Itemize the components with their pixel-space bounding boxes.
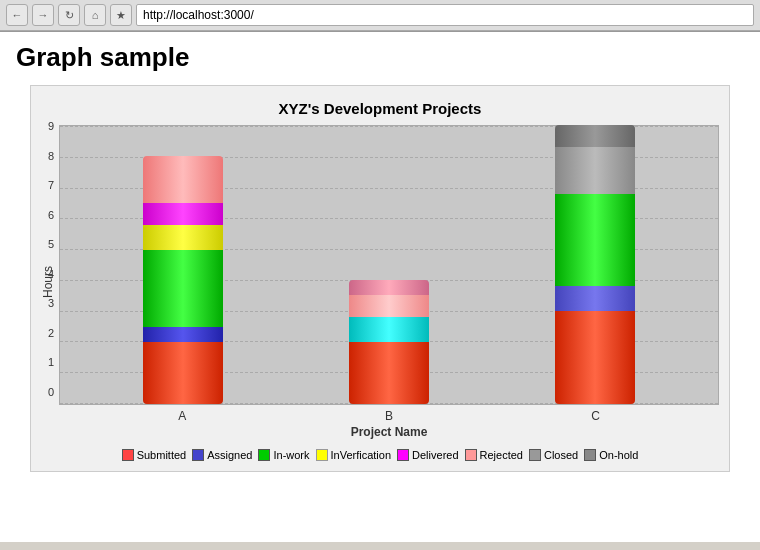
forward-button[interactable]: → [32, 4, 54, 26]
bar-b-submitted [349, 342, 429, 404]
x-label-a: A [132, 409, 232, 423]
bar-a-delivered [143, 203, 223, 225]
bar-c-closed [555, 147, 635, 194]
chart-area: Hours [41, 125, 719, 439]
y-label-5: 5 [32, 238, 54, 250]
legend-assigned: Assigned [192, 449, 252, 461]
legend-label-rejected: Rejected [480, 449, 523, 461]
bar-group-c [545, 125, 645, 404]
bar-b-rejected [349, 295, 429, 317]
legend-label-closed: Closed [544, 449, 578, 461]
x-axis: A B C [59, 405, 719, 423]
legend-color-inwork [258, 449, 270, 461]
back-button[interactable]: ← [6, 4, 28, 26]
stacked-bar-b [349, 280, 429, 404]
bar-b-inwork [349, 317, 429, 342]
page-title: Graph sample [16, 42, 744, 73]
bar-c-inverification [555, 194, 635, 209]
bar-a-inverification [143, 225, 223, 250]
bar-a-inwork [143, 250, 223, 328]
bar-a-submitted [143, 342, 223, 404]
x-label-c: C [546, 409, 646, 423]
y-label-8: 8 [32, 150, 54, 162]
stacked-bar-a [143, 156, 223, 404]
legend-label-assigned: Assigned [207, 449, 252, 461]
stacked-bar-c [555, 125, 635, 404]
legend-label-submitted: Submitted [137, 449, 187, 461]
legend-label-delivered: Delivered [412, 449, 458, 461]
chart-plot: 9 8 7 6 5 4 3 2 1 0 [59, 125, 719, 405]
legend-color-delivered [397, 449, 409, 461]
y-label-0: 0 [32, 386, 54, 398]
address-bar[interactable] [136, 4, 754, 26]
bar-c-assigned [555, 286, 635, 311]
legend-submitted: Submitted [122, 449, 187, 461]
y-label-3: 3 [32, 297, 54, 309]
y-labels: 9 8 7 6 5 4 3 2 1 0 [32, 126, 54, 404]
legend-color-closed [529, 449, 541, 461]
bar-group-a [133, 156, 233, 404]
legend-onhold: On-hold [584, 449, 638, 461]
y-label-4: 4 [32, 268, 54, 280]
y-label-2: 2 [32, 327, 54, 339]
bar-c-submitted [555, 311, 635, 404]
browser-chrome: ← → ↻ ⌂ ★ [0, 0, 760, 32]
bar-a-rejected [143, 156, 223, 203]
y-label-6: 6 [32, 209, 54, 221]
bar-c-inwork [555, 209, 635, 287]
legend: Submitted Assigned In-work InVerfication… [41, 449, 719, 461]
bars-wrapper [80, 126, 698, 404]
legend-label-inwork: In-work [273, 449, 309, 461]
y-label-9: 9 [32, 120, 54, 132]
legend-label-onhold: On-hold [599, 449, 638, 461]
y-label-1: 1 [32, 356, 54, 368]
bar-group-b [339, 280, 439, 404]
legend-color-onhold [584, 449, 596, 461]
chart-container: XYZ's Development Projects Hours [30, 85, 730, 472]
bar-c-onhold [555, 125, 635, 147]
bar-b-delivered [349, 280, 429, 295]
home-button[interactable]: ⌂ [84, 4, 106, 26]
browser-toolbar: ← → ↻ ⌂ ★ [0, 0, 760, 31]
legend-inwork: In-work [258, 449, 309, 461]
chart-title: XYZ's Development Projects [41, 100, 719, 117]
legend-color-submitted [122, 449, 134, 461]
x-axis-title: Project Name [59, 425, 719, 439]
legend-color-rejected [465, 449, 477, 461]
reload-button[interactable]: ↻ [58, 4, 80, 26]
legend-closed: Closed [529, 449, 578, 461]
legend-inverification: InVerfication [316, 449, 392, 461]
bar-a-assigned [143, 327, 223, 342]
legend-color-assigned [192, 449, 204, 461]
page-content: Graph sample XYZ's Development Projects … [0, 32, 760, 542]
legend-color-inverification [316, 449, 328, 461]
legend-rejected: Rejected [465, 449, 523, 461]
legend-label-inverification: InVerfication [331, 449, 392, 461]
star-button[interactable]: ★ [110, 4, 132, 26]
chart-inner: 9 8 7 6 5 4 3 2 1 0 [59, 125, 719, 439]
x-label-b: B [339, 409, 439, 423]
y-label-7: 7 [32, 179, 54, 191]
legend-delivered: Delivered [397, 449, 458, 461]
